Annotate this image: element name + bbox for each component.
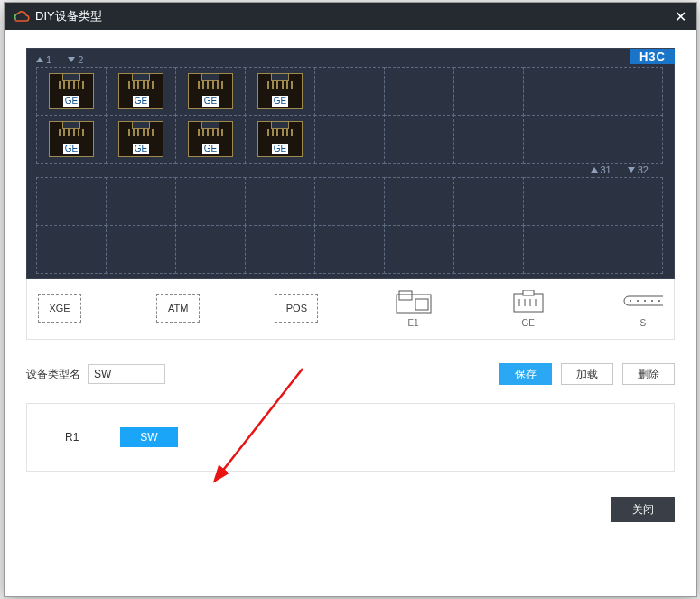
slot-index-bottom: 31 32 bbox=[36, 163, 665, 177]
slot[interactable] bbox=[453, 67, 524, 116]
brand-badge: H3C bbox=[630, 49, 675, 64]
port-label: GE bbox=[63, 96, 79, 107]
palette-item-pos[interactable]: POS bbox=[275, 294, 318, 323]
svg-point-11 bbox=[637, 300, 639, 302]
slot[interactable] bbox=[593, 67, 663, 116]
palette-item-e1[interactable]: E1 bbox=[394, 288, 434, 328]
triangle-down-icon bbox=[628, 167, 635, 173]
slot[interactable] bbox=[314, 115, 385, 164]
slot[interactable] bbox=[453, 177, 524, 226]
palette-item-xge[interactable]: XGE bbox=[38, 294, 81, 323]
port-label: GE bbox=[202, 96, 219, 107]
slot[interactable]: GE bbox=[245, 115, 315, 164]
port-label: GE bbox=[133, 144, 149, 154]
slot[interactable]: GE bbox=[106, 115, 176, 164]
svg-rect-3 bbox=[514, 294, 543, 312]
svg-point-10 bbox=[630, 300, 631, 302]
ge-port[interactable]: GE bbox=[188, 73, 233, 109]
slot[interactable] bbox=[593, 225, 663, 274]
slot[interactable]: GE bbox=[175, 115, 246, 164]
port-label: GE bbox=[272, 144, 288, 154]
slot[interactable] bbox=[523, 177, 593, 226]
ge-port-icon bbox=[510, 290, 546, 314]
type-name-label: 设备类型名 bbox=[26, 367, 80, 382]
ge-port[interactable]: GE bbox=[118, 73, 163, 109]
ge-port[interactable]: GE bbox=[49, 73, 94, 109]
port-label: GE bbox=[202, 144, 219, 154]
slot[interactable] bbox=[314, 177, 385, 226]
svg-point-13 bbox=[651, 300, 653, 302]
save-button[interactable]: 保存 bbox=[499, 363, 552, 385]
atm-port-icon: ATM bbox=[156, 294, 200, 323]
device-type-chip[interactable]: R1 bbox=[45, 427, 98, 447]
slot[interactable] bbox=[36, 225, 107, 274]
slot[interactable] bbox=[314, 67, 385, 116]
port-palette: XGEATMPOSE1GES bbox=[26, 279, 675, 340]
slot-grid-bottom bbox=[36, 177, 668, 273]
load-button[interactable]: 加载 bbox=[561, 363, 613, 385]
slot[interactable] bbox=[314, 225, 385, 274]
port-label: GE bbox=[63, 144, 79, 154]
delete-button[interactable]: 删除 bbox=[622, 363, 675, 385]
slot[interactable]: GE bbox=[106, 67, 176, 116]
app-logo-icon bbox=[12, 10, 30, 23]
svg-rect-2 bbox=[415, 299, 428, 310]
svg-point-14 bbox=[658, 300, 660, 302]
port-label: GE bbox=[133, 96, 149, 107]
svg-rect-1 bbox=[399, 291, 412, 300]
window-title: DIY设备类型 bbox=[35, 8, 671, 24]
slot[interactable] bbox=[523, 115, 593, 164]
device-panel: H3C 1 2 GEGEGEGEGEGEGEGE 31 32 bbox=[26, 48, 675, 279]
titlebar: DIY设备类型 ✕ bbox=[5, 3, 696, 30]
palette-item-s[interactable]: S bbox=[623, 288, 663, 328]
ge-port[interactable]: GE bbox=[257, 121, 303, 157]
slot[interactable] bbox=[106, 177, 176, 226]
serial-port-icon bbox=[623, 295, 663, 308]
slot[interactable] bbox=[245, 177, 315, 226]
slot[interactable] bbox=[245, 225, 315, 274]
slot[interactable] bbox=[593, 177, 663, 226]
dialog: DIY设备类型 ✕ H3C 1 2 GEGEGEGEGEGEGEGE 31 32… bbox=[4, 2, 697, 597]
slot[interactable]: GE bbox=[175, 67, 246, 116]
port-label: GE bbox=[272, 96, 288, 107]
device-type-chip[interactable]: SW bbox=[120, 427, 177, 447]
ge-port[interactable]: GE bbox=[118, 121, 163, 157]
slot[interactable] bbox=[384, 177, 454, 226]
slot[interactable]: GE bbox=[245, 67, 315, 116]
slot[interactable] bbox=[175, 177, 246, 226]
close-icon[interactable]: ✕ bbox=[671, 8, 689, 25]
slot[interactable] bbox=[523, 225, 593, 274]
dialog-content: H3C 1 2 GEGEGEGEGEGEGEGE 31 32 XGEATMPOS… bbox=[5, 30, 696, 533]
triangle-up-icon bbox=[591, 167, 598, 173]
slot[interactable] bbox=[593, 115, 663, 164]
pos-port-icon: POS bbox=[275, 294, 318, 323]
slot[interactable] bbox=[384, 115, 454, 164]
device-type-list: R1SW bbox=[26, 403, 675, 472]
triangle-down-icon bbox=[68, 57, 75, 62]
slot[interactable] bbox=[384, 225, 454, 274]
xge-port-icon: XGE bbox=[38, 294, 81, 323]
type-name-input[interactable] bbox=[88, 364, 165, 384]
form-row: 设备类型名 保存 加载 删除 bbox=[26, 363, 675, 385]
slot[interactable] bbox=[106, 225, 176, 274]
palette-item-ge[interactable]: GE bbox=[509, 288, 548, 328]
bottom-bar: 关闭 bbox=[26, 497, 675, 522]
close-button[interactable]: 关闭 bbox=[611, 497, 675, 522]
slot[interactable] bbox=[453, 115, 524, 164]
ge-port[interactable]: GE bbox=[188, 121, 233, 157]
slot[interactable] bbox=[523, 67, 593, 116]
svg-point-12 bbox=[644, 300, 646, 302]
slot[interactable] bbox=[453, 225, 524, 274]
triangle-up-icon bbox=[36, 57, 43, 62]
slot-grid-top: GEGEGEGEGEGEGEGE bbox=[36, 67, 668, 163]
ge-port[interactable]: GE bbox=[49, 121, 94, 157]
slot[interactable]: GE bbox=[36, 115, 107, 164]
slot[interactable] bbox=[175, 225, 246, 274]
svg-rect-4 bbox=[523, 290, 534, 295]
slot-index-top: 1 2 bbox=[36, 52, 665, 67]
ge-port[interactable]: GE bbox=[257, 73, 303, 109]
slot[interactable] bbox=[36, 177, 107, 226]
slot[interactable]: GE bbox=[36, 67, 107, 116]
palette-item-atm[interactable]: ATM bbox=[156, 294, 200, 323]
slot[interactable] bbox=[384, 67, 454, 116]
